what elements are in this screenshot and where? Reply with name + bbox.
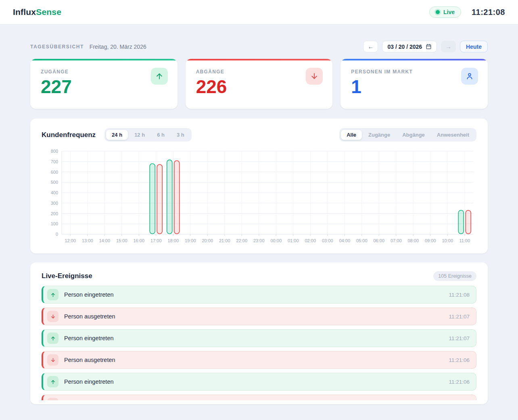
frequency-bar-chart: 010020030040050060070080012:0013:0014:00… (42, 146, 476, 248)
svg-text:22:00: 22:00 (236, 238, 247, 243)
svg-text:700: 700 (51, 159, 58, 164)
date-picker-input[interactable]: 03 / 20 / 2026 (382, 41, 437, 52)
svg-text:19:00: 19:00 (185, 238, 196, 243)
svg-text:16:00: 16:00 (133, 238, 144, 243)
section-label: TAGESÜBERSICHT (30, 44, 84, 50)
bar-zugänge-17:00 (150, 164, 155, 234)
svg-text:15:00: 15:00 (116, 238, 127, 243)
filter-option-abgänge[interactable]: Abgänge (397, 130, 430, 140)
event-row-in: Person eingetreten11:21:06 (42, 373, 476, 391)
svg-text:300: 300 (51, 201, 58, 206)
live-dot-icon (436, 10, 440, 14)
card-accent-bar (340, 59, 488, 60)
live-status-badge: Live (429, 6, 461, 18)
svg-text:03:00: 03:00 (322, 238, 333, 243)
event-label: Person eingetreten (64, 335, 449, 341)
svg-text:01:00: 01:00 (288, 238, 299, 243)
svg-text:02:00: 02:00 (305, 238, 316, 243)
stat-value: 1 (351, 77, 477, 97)
chart-title: Kundenfrequenz (42, 131, 96, 139)
app-logo: InfluxSense (13, 7, 61, 17)
arrow-down-icon (47, 311, 58, 322)
svg-text:18:00: 18:00 (167, 238, 179, 243)
event-row-out: Person ausgetreten11:21:06 (42, 351, 476, 369)
stat-card-abgaenge: ABGÄNGE 226 (186, 59, 333, 109)
bar-abgänge-11:00 (466, 210, 471, 234)
svg-text:12:00: 12:00 (65, 238, 76, 243)
range-option-24-h[interactable]: 24 h (106, 130, 128, 140)
arrow-up-icon (47, 289, 58, 300)
live-label: Live (443, 9, 455, 15)
range-option-3-h[interactable]: 3 h (171, 130, 190, 140)
arrow-up-icon (47, 333, 58, 344)
svg-text:11:00: 11:00 (459, 238, 470, 243)
bar-zugänge-18:00 (167, 160, 172, 234)
date-row: TAGESÜBERSICHT Freitag, 20. März 2026 ← … (30, 41, 488, 52)
bar-zugänge-11:00 (458, 210, 464, 234)
stat-label: PERSONEN IM MARKT (351, 69, 477, 75)
date-picker-value: 03 / 20 / 2026 (387, 44, 422, 50)
prev-day-button[interactable]: ← (363, 41, 378, 52)
top-bar: InfluxSense Live 11:21:08 (0, 0, 518, 25)
card-accent-bar (186, 59, 333, 60)
svg-text:100: 100 (51, 221, 58, 226)
events-list: Person eingetreten11:21:08Person ausgetr… (42, 286, 476, 400)
svg-text:20:00: 20:00 (202, 238, 213, 243)
stat-value: 227 (41, 77, 167, 97)
series-filter-selector: AlleZugängeAbgängeAnwesenheit (339, 128, 476, 141)
brand-accent: Sense (36, 7, 61, 17)
svg-text:08:00: 08:00 (407, 238, 419, 243)
svg-text:04:00: 04:00 (339, 238, 350, 243)
svg-text:17:00: 17:00 (150, 238, 162, 243)
svg-text:21:00: 21:00 (219, 238, 230, 243)
svg-text:07:00: 07:00 (391, 238, 402, 243)
arrow-down-icon (47, 354, 58, 366)
clock: 11:21:08 (472, 8, 505, 17)
bar-abgänge-17:00 (157, 164, 162, 234)
event-time: 11:21:07 (449, 314, 470, 320)
stat-value: 226 (196, 77, 322, 97)
today-button[interactable]: Heute (460, 41, 488, 52)
stats-row: ZUGÄNGE 227 ABGÄNGE 226 PERSONEN IM MARK… (30, 59, 488, 109)
svg-text:10:00: 10:00 (442, 238, 453, 243)
person-icon (461, 68, 478, 85)
events-count-badge: 105 Ereignisse (433, 271, 476, 281)
stat-label: ZUGÄNGE (41, 69, 167, 75)
stat-card-zugaenge: ZUGÄNGE 227 (30, 59, 178, 109)
event-row-in: Person eingetreten11:21:07 (42, 329, 476, 347)
event-row-out: Person ausgetreten11:21:07 (42, 308, 476, 325)
event-time: 11:21:06 (449, 379, 470, 385)
filter-option-alle[interactable]: Alle (341, 130, 362, 140)
event-label: Person eingetreten (64, 291, 449, 298)
events-title: Live-Ereignisse (42, 272, 92, 280)
calendar-icon (426, 44, 432, 50)
live-events-panel: Live-Ereignisse 105 Ereignisse Person ei… (30, 262, 488, 404)
next-day-button[interactable]: → (441, 41, 456, 52)
current-date-text: Freitag, 20. März 2026 (90, 44, 146, 50)
svg-text:500: 500 (51, 180, 58, 185)
svg-text:23:00: 23:00 (253, 238, 265, 243)
svg-text:800: 800 (51, 149, 58, 154)
svg-text:00:00: 00:00 (270, 238, 282, 243)
time-range-selector: 24 h12 h6 h3 h (104, 128, 192, 141)
arrow-down-icon (306, 68, 323, 85)
svg-text:0: 0 (56, 232, 58, 237)
svg-text:05:00: 05:00 (356, 238, 368, 243)
event-row-out: Person ausgetreten (42, 395, 476, 400)
stat-card-personen-im-markt: PERSONEN IM MARKT 1 (340, 59, 488, 109)
arrow-up-icon (47, 376, 58, 387)
stat-label: ABGÄNGE (196, 69, 322, 75)
filter-option-zugänge[interactable]: Zugänge (363, 130, 396, 140)
card-accent-bar (30, 59, 178, 60)
svg-text:09:00: 09:00 (425, 238, 436, 243)
svg-text:14:00: 14:00 (99, 238, 110, 243)
filter-option-anwesenheit[interactable]: Anwesenheit (431, 130, 475, 140)
brand-primary: Influx (13, 7, 36, 17)
range-option-6-h[interactable]: 6 h (151, 130, 170, 140)
svg-text:400: 400 (51, 190, 58, 195)
range-option-12-h[interactable]: 12 h (129, 130, 150, 140)
event-time: 11:21:08 (449, 292, 470, 298)
event-time: 11:21:06 (449, 357, 470, 363)
svg-text:200: 200 (51, 211, 58, 216)
event-label: Person ausgetreten (64, 357, 449, 363)
